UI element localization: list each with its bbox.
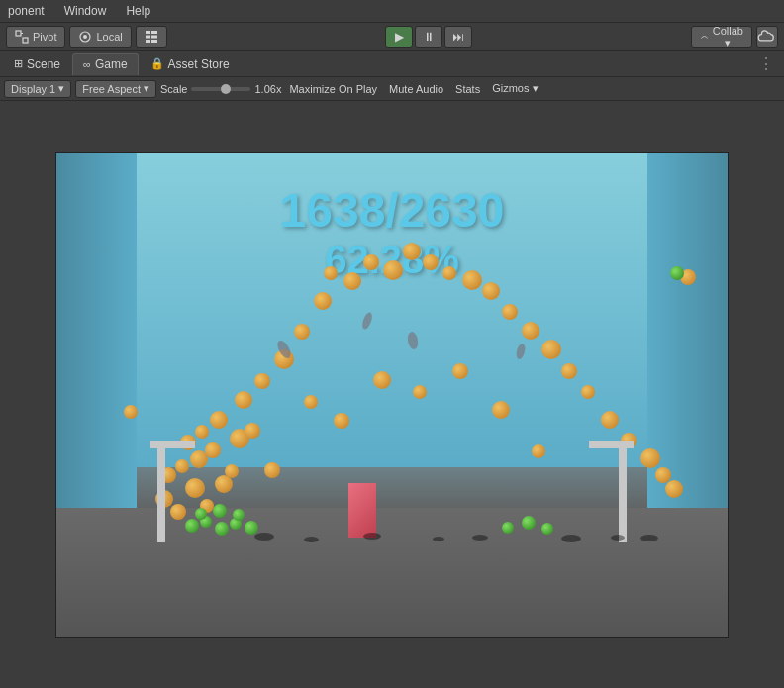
ball [170,504,186,520]
menu-window[interactable]: Window [60,2,111,20]
pink-box [348,483,376,538]
ball-green [245,521,258,535]
shadow-particle [433,537,444,541]
collab-button[interactable]: Collab ▾ [691,26,752,48]
goal-post-left-vertical [157,443,165,542]
layers-icon [145,30,158,44]
hud-score: 1638/2630 [280,183,505,238]
ball [343,272,361,290]
ball [124,405,138,419]
ball [442,266,456,280]
layers-button[interactable] [136,26,167,48]
gizmos-chevron-icon: ▾ [533,82,539,94]
svg-rect-8 [151,36,157,39]
shadow-particle [363,533,381,540]
svg-rect-0 [16,31,21,36]
aspect-button[interactable]: Free Aspect ▾ [75,80,156,98]
ball-green [502,522,514,534]
ball-green [522,516,536,530]
ball [462,270,482,290]
stats-label: Stats [455,83,480,95]
tab-asset-store[interactable]: 🔒 Asset Store [141,53,240,75]
ball-green [670,266,684,280]
ball [403,243,421,260]
game-toolbar: Display 1 ▾ Free Aspect ▾ Scale 1.06x Ma… [0,77,784,101]
ball [334,413,349,429]
pause-icon: ⏸ [423,30,435,44]
ball [541,340,561,359]
ball [235,391,252,409]
shadow-particle [472,535,488,541]
maximize-label: Maximize On Play [289,83,377,95]
tab-game[interactable]: ∞ Game [72,53,139,75]
play-controls: ▶ ⏸ ⏭ [385,26,472,48]
ball [304,395,318,409]
ball [502,304,518,320]
ball [195,425,209,439]
tabs-bar: ⊞ Scene ∞ Game 🔒 Asset Store ⋮ [0,51,784,77]
scale-label: Scale [160,83,188,95]
tab-scene[interactable]: ⊞ Scene [4,53,70,75]
collab-label: Collab ▾ [713,25,743,49]
local-button[interactable]: Local [69,26,131,48]
gizmos-button[interactable]: Gizmos ▾ [488,81,541,96]
goal-post-left-horizontal [150,441,195,448]
local-icon [78,30,92,44]
ball [482,282,500,300]
asset-store-icon: 🔒 [150,57,164,70]
ball [492,401,510,419]
pivot-label: Pivot [33,31,56,43]
mute-audio-button[interactable]: Mute Audio [385,82,447,96]
ball [581,385,595,399]
toolbar: Pivot Local ▶ ⏸ [0,22,784,51]
ball [324,266,338,280]
scale-value: 1.06x [254,83,281,95]
play-button[interactable]: ▶ [385,26,413,48]
maximize-on-play-button[interactable]: Maximize On Play [285,82,381,96]
ball-green [195,508,207,520]
stats-button[interactable]: Stats [451,82,484,96]
ball [522,322,539,340]
svg-rect-6 [151,31,157,34]
ball [655,467,671,483]
shadow-particle [640,535,658,541]
ball [254,373,270,389]
mute-label: Mute Audio [389,83,443,95]
ball-green [215,522,229,536]
scene-icon: ⊞ [14,57,23,70]
display-button[interactable]: Display 1 ▾ [4,80,71,98]
display-chevron-icon: ▾ [58,82,64,95]
ball [175,459,189,473]
svg-point-4 [83,35,87,39]
menu-help[interactable]: Help [122,2,154,20]
shadow-particle [561,535,581,542]
ball [413,385,427,399]
ball-green [541,523,553,535]
shadow-particle [254,533,274,541]
gizmos-label: Gizmos [492,82,529,94]
ball [205,442,221,458]
shadow-particle [304,537,319,542]
cloud-icon [757,27,777,47]
scale-thumb [221,84,231,94]
ball [561,363,577,379]
ball [294,324,310,340]
pivot-button[interactable]: Pivot [6,26,65,48]
svg-rect-7 [146,36,150,39]
collab-icon [700,32,709,41]
ball [452,363,468,379]
scale-control: Scale 1.06x [160,83,281,95]
display-label: Display 1 [11,83,55,95]
scale-slider[interactable] [191,87,250,91]
cloud-button[interactable] [756,26,778,48]
menu-ponent[interactable]: ponent [4,2,49,20]
tab-scene-label: Scene [27,57,60,71]
pause-button[interactable]: ⏸ [415,26,442,48]
ball [373,371,391,389]
tabs-more-button[interactable]: ⋮ [752,54,780,73]
play-icon: ▶ [395,30,404,44]
ball [363,254,379,270]
tab-asset-store-label: Asset Store [168,57,230,71]
step-button[interactable]: ⏭ [444,26,472,48]
scene-background: 1638/2630 62.28% [56,153,728,637]
